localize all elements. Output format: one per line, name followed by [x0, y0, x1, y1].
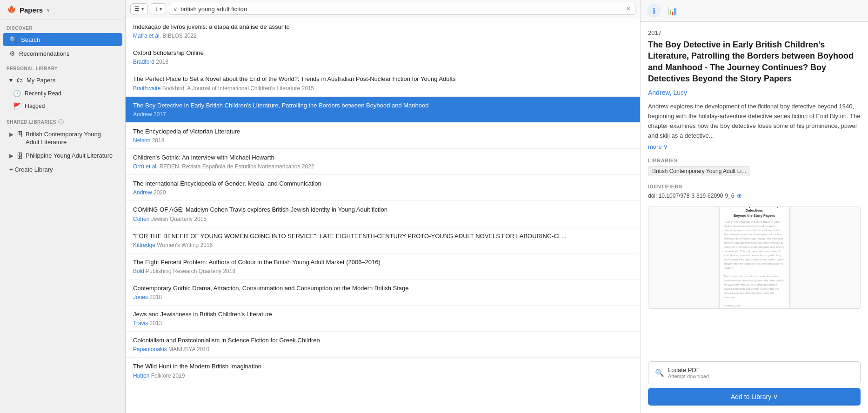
- result-venue: Jewish Quarterly 2015: [149, 216, 207, 222]
- result-author: Travis: [133, 320, 148, 326]
- locate-pdf-button[interactable]: 🔍 Locate PDF Attempt download: [648, 361, 861, 384]
- app-chevron[interactable]: ∨: [47, 7, 50, 13]
- result-venue: BIBLOS 2022: [161, 33, 197, 39]
- detail-abstract: Andrew explores the development of the f…: [648, 102, 861, 140]
- detail-title: The Boy Detective in Early British Child…: [648, 39, 861, 84]
- result-title: Indexação de livros juvenis: a etapa da …: [133, 23, 633, 31]
- result-item[interactable]: The Eight Percent Problem: Authors of Co…: [126, 253, 640, 280]
- result-meta: Kittredge Women's Writing 2016: [133, 241, 633, 248]
- results-list: Indexação de livros juvenis: a etapa da …: [126, 18, 640, 413]
- result-meta: Bold Publishing Research Quarterly 2018: [133, 267, 633, 274]
- doi-value: doi: 10.1007/978-3-319-62090-9_6: [648, 193, 734, 199]
- result-item[interactable]: Contemporary Gothic Drama, Attraction, C…: [126, 280, 640, 306]
- result-meta: Andrew 2017: [133, 111, 633, 118]
- result-meta: Mafra et al. BIBLOS 2022: [133, 32, 633, 39]
- result-author: Jones: [133, 294, 148, 300]
- sort-icon: ↕: [155, 6, 158, 12]
- mypapers-icon: 🗂: [16, 76, 23, 84]
- add-to-library-button[interactable]: Add to Library ∨: [648, 388, 861, 406]
- result-author: Andrew: [133, 189, 152, 196]
- detail-year: 2017: [648, 29, 861, 36]
- search-icon: 🔍: [9, 36, 17, 43]
- detail-info-button[interactable]: ℹ: [647, 4, 661, 18]
- result-venue: MANUSYA 2010: [167, 346, 209, 353]
- expand-icon-philippine: ▶: [9, 153, 13, 159]
- sidebar-search-label: Search: [21, 36, 40, 43]
- app-logo: [7, 5, 17, 15]
- result-item[interactable]: Indexação de livros juvenis: a etapa da …: [126, 18, 640, 44]
- search-input[interactable]: [180, 6, 623, 13]
- pdf-preview: The Journey Continues? Boy DetectivesBey…: [648, 206, 861, 309]
- app-name: Papers: [20, 6, 43, 14]
- result-item[interactable]: The Wild Hunt in the Modern British Imag…: [126, 358, 640, 384]
- sort-button[interactable]: ↕ ▾: [151, 3, 166, 14]
- result-item[interactable]: "FOR THE BENEFIT OF YOUNG WOMEN GOING IN…: [126, 227, 640, 253]
- detail-author[interactable]: Andrew, Lucy: [648, 89, 861, 96]
- result-item[interactable]: Colonialism and Postcolonialism in Scien…: [126, 332, 640, 358]
- result-item[interactable]: The Boy Detective in Early British Child…: [126, 97, 640, 123]
- search-bar: ∨ ✕: [169, 3, 635, 15]
- shared-libraries-header: SHARED LIBRARIES ⓘ: [0, 113, 125, 128]
- result-meta: Orrù et al. REDEN. Revista Española de E…: [133, 163, 633, 170]
- result-item[interactable]: COMING OF AGE: Madelyn Cohen Travis expl…: [126, 201, 640, 227]
- main-panel: ☰ ▾ ↕ ▾ ∨ ✕ Indexação de livros juvenis:…: [126, 0, 640, 413]
- result-venue: REDEN. Revista Española de Estudios Nort…: [158, 163, 314, 170]
- result-venue: 2018: [150, 137, 164, 144]
- result-meta: Papantonakis MANUSYA 2010: [133, 346, 633, 353]
- result-item[interactable]: Jews and Jewishness in British Children'…: [126, 306, 640, 332]
- clock-icon: 🕐: [13, 90, 21, 97]
- result-title: Oxford Scholarship Online: [133, 49, 633, 57]
- sidebar-item-recentlyread[interactable]: 🕐 Recently Read: [9, 87, 122, 100]
- result-title: Contemporary Gothic Drama, Attraction, C…: [133, 284, 633, 293]
- search-clear-button[interactable]: ✕: [626, 5, 631, 13]
- pdf-preview-inner: The Journey Continues? Boy DetectivesBey…: [720, 206, 789, 309]
- result-author: Mafra et al.: [133, 33, 161, 39]
- personal-library-label: PERSONAL LIBRARY: [0, 60, 125, 73]
- sidebar-item-flagged[interactable]: 🚩 Flagged: [9, 100, 122, 112]
- result-meta: Cohen Jewish Quarterly 2015: [133, 215, 633, 222]
- mypapers-group: 🕐 Recently Read 🚩 Flagged: [7, 87, 125, 113]
- pdf-text-preview: From the introduction of Sexton Blake in…: [724, 220, 785, 309]
- expand-icon-british: ▶: [9, 131, 13, 138]
- sidebar: Papers ∨ DISCOVER 🔍 Search ⚙ Recommendat…: [0, 0, 126, 413]
- result-meta: Braithwaite Bookbird: A Journal of Inter…: [133, 85, 633, 92]
- sidebar-item-recommendations[interactable]: ⚙ Recommendations: [3, 47, 122, 60]
- flag-icon: 🚩: [13, 102, 21, 110]
- sidebar-create-library[interactable]: + Create Library: [3, 163, 122, 176]
- list-view-button[interactable]: ☰ ▾: [130, 3, 148, 14]
- pdf-title: The Journey Continues? Boy DetectivesBey…: [724, 206, 785, 218]
- detail-more-link[interactable]: more ∨: [648, 143, 668, 150]
- result-item[interactable]: The Perfect Place to Set a Novel about t…: [126, 70, 640, 96]
- result-venue: 2018: [148, 294, 162, 300]
- sort-chevron: ▾: [160, 7, 162, 12]
- result-item[interactable]: The Encyclopedia of Victorian Literature…: [126, 123, 640, 149]
- sidebar-item-british-ya[interactable]: ▶ 🗄 British Contemporary Young Adult Lit…: [3, 128, 122, 149]
- result-venue: Women's Writing 2016: [155, 242, 213, 248]
- result-meta: Jones 2018: [133, 293, 633, 300]
- result-author: Andrew: [133, 111, 152, 118]
- sidebar-item-search[interactable]: 🔍 Search: [3, 33, 122, 46]
- list-icon: ☰: [134, 6, 140, 12]
- sidebar-item-philippine-ya[interactable]: ▶ 🗄 Philippine Young Adult Literature: [3, 150, 122, 162]
- result-venue: Publishing Research Quarterly 2018: [144, 268, 235, 274]
- result-item[interactable]: Oxford Scholarship OnlineBradford 2018: [126, 44, 640, 70]
- library-tag[interactable]: British Contemporary Young Adult Li...: [648, 166, 750, 176]
- detail-panel: ℹ 📊 2017 The Boy Detective in Early Brit…: [640, 0, 868, 413]
- result-title: The Eight Percent Problem: Authors of Co…: [133, 258, 633, 266]
- search-dropdown-icon[interactable]: ∨: [173, 6, 178, 13]
- result-item[interactable]: The International Encyclopedia of Gender…: [126, 175, 640, 201]
- result-venue: 2013: [148, 320, 162, 326]
- library-icon-philippine: 🗄: [16, 152, 23, 160]
- detail-chart-button[interactable]: 📊: [666, 4, 680, 18]
- discover-section-label: DISCOVER: [0, 20, 125, 33]
- sidebar-item-mypapers[interactable]: ▾ 🗂 My Papers: [3, 73, 122, 87]
- locate-pdf-label: Locate PDF: [668, 366, 709, 373]
- doi-copy-button[interactable]: ⊕: [737, 192, 742, 199]
- result-item[interactable]: Children's Gothic: An Interview with Mic…: [126, 149, 640, 175]
- result-title: The Wild Hunt in the Modern British Imag…: [133, 362, 633, 371]
- expand-icon: ▾: [9, 76, 13, 84]
- result-title: Colonialism and Postcolonialism in Scien…: [133, 336, 633, 345]
- result-venue: Folklore 2019: [149, 373, 185, 379]
- result-author: Papantonakis: [133, 346, 167, 353]
- shared-libraries-label: SHARED LIBRARIES: [7, 120, 56, 125]
